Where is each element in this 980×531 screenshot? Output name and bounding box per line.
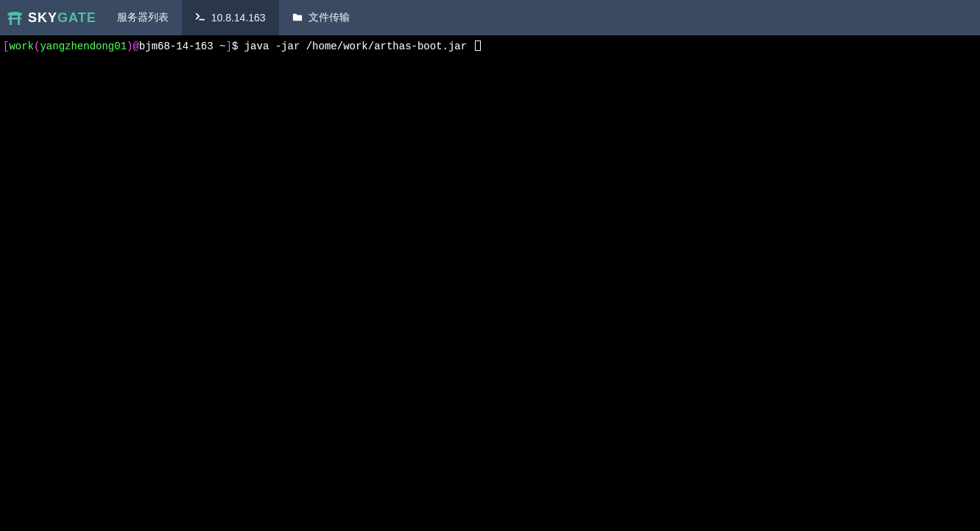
brand-sky: SKY [28,10,57,26]
terminal-pane[interactable]: [work(yangzhendong01)@bjm68-14-163 ~]$ j… [0,35,980,531]
terminal-command: java -jar /home/work/arthas-boot.jar [244,41,473,52]
svg-rect-2 [8,18,21,20]
nav-server-list[interactable]: 服务器列表 [104,0,182,35]
svg-rect-1 [18,15,20,25]
terminal-icon [195,12,205,24]
brand-text: SKYGATE [28,10,96,26]
prompt-dollar: $ [232,41,244,52]
svg-rect-0 [10,15,12,25]
prompt-user: work [9,41,34,52]
prompt-subuser: yangzhendong01 [40,41,127,52]
app-header: SKYGATE 服务器列表 10.8.14.163 文件传输 [0,0,980,35]
tab-terminal[interactable]: 10.8.14.163 [182,0,279,35]
nav-server-list-label: 服务器列表 [117,11,169,24]
brand-gate: GATE [57,10,96,26]
prompt-bracket-close: ] [225,41,231,52]
terminal-cursor [475,41,481,51]
prompt-host: bjm68-14-163 ~ [139,41,226,52]
folder-icon [292,12,303,24]
nav-file-transfer-label: 文件传输 [309,11,350,24]
torii-icon [6,9,24,27]
nav-file-transfer[interactable]: 文件传输 [279,0,363,35]
prompt-at: @ [133,41,138,52]
brand-logo[interactable]: SKYGATE [0,0,104,35]
tab-terminal-label: 10.8.14.163 [211,12,266,24]
